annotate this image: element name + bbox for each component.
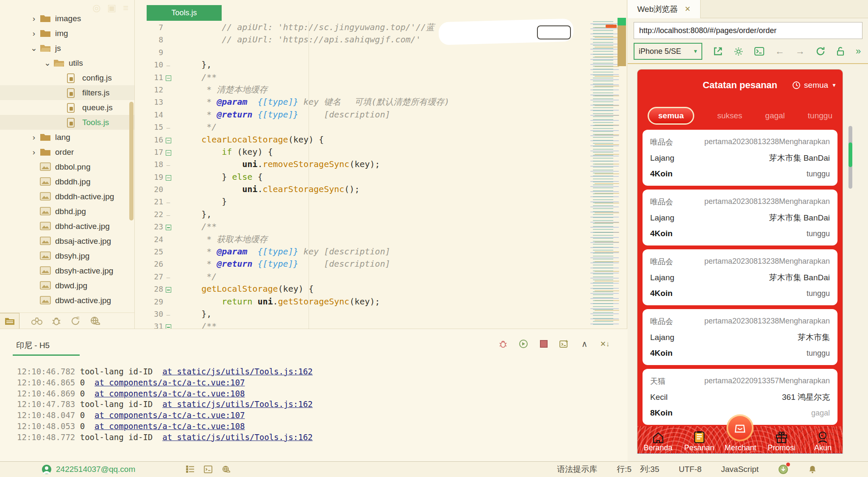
tree-item-order[interactable]: ›order [0,145,134,159]
forward-arrow-icon[interactable]: → [796,46,805,57]
fold-marker: – [163,59,173,71]
tree-item-dbbol-png[interactable]: dbbol.png [0,159,134,174]
nav-item-akun[interactable]: Akun [802,429,843,452]
order-card[interactable]: 唯品会pertama20230813238MengharapkanLajang芽… [643,130,837,186]
device-select[interactable]: iPhone 5/SE ▼ [634,43,702,60]
syntax-lib-item[interactable]: 语法提示库 [557,464,597,475]
order-tab-semua[interactable]: semua [648,107,694,125]
tree-item-dbsaj-active-jpg[interactable]: dbsaj-active.jpg [0,234,134,248]
fold-toggle-icon[interactable] [163,134,173,146]
order-card[interactable]: 唯品会pertama20230813238MengharapkanLajang芽… [643,309,837,365]
tree-item-dbhd-active-jpg[interactable]: dbhd-active.jpg [0,219,134,234]
browser-tab[interactable]: Web浏览器 ✕ [628,0,701,18]
more-chevrons-icon[interactable]: » [856,46,861,57]
clear-scroll-icon[interactable]: ✕↓ [600,339,609,349]
sync-icon[interactable] [66,316,86,326]
browser-scrollbar-thumb[interactable] [849,142,852,167]
code-area[interactable]: 7 // apiUrl: 'http://sc.jingyuwang.top/'… [135,21,584,329]
fold-toggle-icon[interactable] [163,146,173,158]
chevron-expanded-icon[interactable]: ⌄ [43,58,52,68]
new-terminal-icon[interactable] [559,339,569,349]
chevron-expanded-icon[interactable]: ⌄ [30,43,38,53]
minimap-viewport[interactable] [618,25,626,66]
close-icon[interactable]: ✕ [684,5,690,14]
chevron-collapsed-icon[interactable]: › [30,148,38,157]
fold-marker [163,233,173,245]
tree-item-dbsyh-jpg[interactable]: dbsyh.jpg [0,248,134,263]
binoculars-icon[interactable] [27,317,47,325]
tree-item-dbsyh-active-jpg[interactable]: dbsyh-active.jpg [0,263,134,278]
outline-list-icon[interactable] [186,466,195,473]
chevron-collapsed-icon[interactable]: › [30,29,38,38]
tree-item-images[interactable]: ›images [0,11,134,26]
nav-item-promosi[interactable]: Promosi [761,429,802,452]
unlock-icon[interactable] [836,47,845,56]
log-source-link[interactable]: at components/a-tc/a-tc.vue:107 [95,378,245,387]
encoding-item[interactable]: UTF-8 [679,465,701,474]
stop-icon[interactable] [539,339,548,349]
refresh-icon[interactable] [816,47,825,56]
bug-icon[interactable] [47,316,66,326]
tree-item-dbhd-jpg[interactable]: dbhd.jpg [0,204,134,219]
chevron-collapsed-icon[interactable]: › [30,14,38,23]
tree-item-Tools-js[interactable]: JTools.js [0,115,134,130]
nav-item-pesanan[interactable]: Pesanan [679,429,720,452]
log-source-link[interactable]: at components/a-tc/a-tc.vue:107 [95,410,245,420]
tree-item-filters-js[interactable]: Jfilters.js [0,85,134,100]
tree-item-dbddh-active-jpg[interactable]: dbddh-active.jpg [0,189,134,204]
tree-item-dbddh-jpg[interactable]: dbddh.jpg [0,174,134,189]
nav-item-merchant[interactable]: Merchant [720,429,761,452]
fold-toggle-icon[interactable] [163,283,173,295]
log-source-link[interactable]: at static/js/utils/Tools.js:162 [162,399,313,409]
order-card[interactable]: 唯品会pertama20230813238MengharapkanLajang芽… [643,249,837,305]
order-tab-tunggu[interactable]: tunggu [808,111,832,120]
devtools-console-icon[interactable] [754,47,764,56]
settings-gear-icon[interactable] [734,47,743,56]
restart-icon[interactable] [519,339,528,349]
tree-item-lang[interactable]: ›lang [0,130,134,145]
browser-tabbar: Web浏览器 ✕ [628,0,868,18]
order-card[interactable]: 唯品会pertama20230813238MengharapkanLajang芽… [643,190,837,245]
log-source-link[interactable]: at components/a-tc/a-tc.vue:108 [95,421,245,431]
open-external-icon[interactable] [713,47,723,56]
code-line-13: 13 * @param {[type]} key 键名 可填(默认清楚所有缓存) [135,96,584,108]
tree-item-dbwd-jpg[interactable]: dbwd.jpg [0,278,134,293]
tree-item-config-js[interactable]: Jconfig.js [0,70,134,85]
fold-toggle-icon[interactable] [163,171,173,183]
tree-item-dbwd-active-jpg[interactable]: dbwd-active.jpg [0,293,134,308]
cursor-col-item[interactable]: 列:35 [640,464,659,475]
log-source-link[interactable]: at static/js/utils/Tools.js:162 [162,367,313,376]
log-source-link[interactable]: at static/js/utils/Tools.js:162 [162,432,313,442]
fold-toggle-icon[interactable] [163,71,173,84]
time-filter[interactable]: semua ▼ [792,81,837,90]
collapse-panel-icon[interactable]: ∧ [580,339,589,349]
web-icon[interactable] [86,316,105,326]
tree-item-js[interactable]: ⌄js [0,41,134,56]
editor-tab-tools-js[interactable]: Tools.js [147,5,222,21]
console-tab-label[interactable]: 印尼 - H5 [16,340,50,351]
account-status[interactable]: 2422514037@qq.com [42,464,135,474]
tree-item-utils[interactable]: ⌄utils [0,56,134,70]
cursor-line-item[interactable]: 行:5 [617,464,632,475]
fold-toggle-icon[interactable] [163,220,173,233]
fold-toggle-icon[interactable] [163,320,173,329]
sidebar-scrollbar[interactable] [129,102,134,220]
order-tab-sukses[interactable]: sukses [717,111,742,120]
tree-item-queue-js[interactable]: Jqueue.js [0,100,134,115]
web-service-icon[interactable] [222,466,231,473]
order-tab-gagal[interactable]: gagal [765,111,785,120]
tree-item-img[interactable]: ›img [0,26,134,41]
minimap[interactable] [590,21,623,326]
terminal-icon[interactable] [204,466,212,473]
chevron-collapsed-icon[interactable]: › [30,133,38,142]
debug-bug-icon[interactable] [498,339,508,349]
log-source-link[interactable]: at components/a-tc/a-tc.vue:108 [95,389,245,398]
update-download-icon[interactable] [778,464,788,474]
nav-item-beranda[interactable]: Beranda [638,429,679,452]
bell-icon[interactable] [808,465,817,474]
tree-item-label: utils [69,59,83,68]
files-folder-icon[interactable] [0,313,19,329]
language-item[interactable]: JavaScript [721,465,759,474]
back-arrow-icon[interactable]: ← [775,46,785,57]
url-input[interactable]: http://localhost:8080/#/pages/order/orde… [634,22,862,39]
